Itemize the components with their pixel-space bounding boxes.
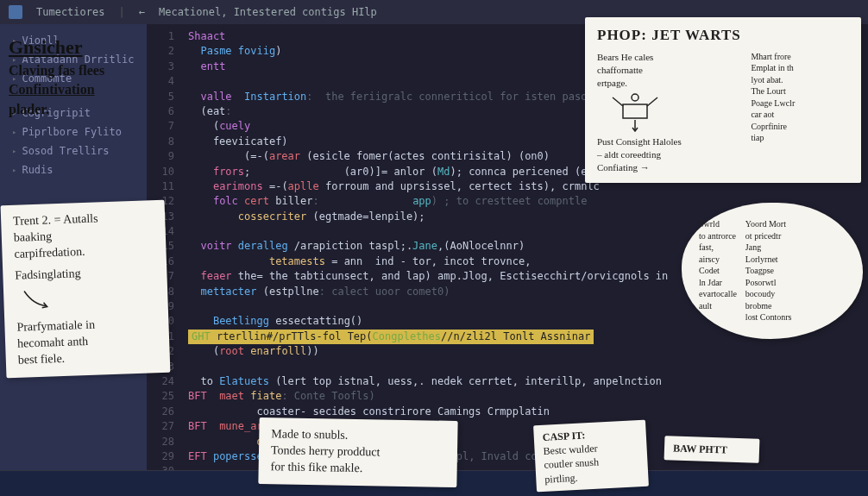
diagram-figure-icon (597, 89, 675, 132)
handwriting-overlay-top-left: Gnsicher Claving fas flees Confintivatio… (9, 35, 164, 119)
note-text: Bears He cales (597, 51, 744, 64)
titlebar-divider: | (118, 6, 124, 18)
chevron-right-icon: ▸ (12, 166, 16, 174)
note-text: tiap (751, 132, 849, 144)
note-text: car aot (751, 109, 849, 121)
note-text: fast, (699, 242, 737, 254)
sidebar-item-label: Sosod Trellirs (22, 145, 109, 157)
menu-text[interactable]: Mecationel, Intestered contigs HIlp (159, 6, 377, 18)
note-text: brobme (745, 300, 792, 312)
hw-line: Gnsicher (9, 35, 164, 61)
note-text: chaffornatte (597, 64, 744, 77)
hw-line: plader. (9, 100, 164, 119)
note-text: Lorlyrnet (745, 254, 792, 266)
note-text: Poage Lwclr (751, 97, 849, 110)
note-text: evartocalle (699, 288, 737, 300)
code-line[interactable]: (root enarfolll)) (188, 344, 868, 359)
svg-line-2 (613, 97, 623, 106)
sticky-note-right-bubble: Swrld to antrorce fast, airscy Codet ln … (682, 203, 863, 339)
note-text: The Lourt (751, 85, 849, 97)
sidebar-item-4[interactable]: ▸Piprlbore Fylito (0, 122, 147, 141)
sidebar-item-label: Piprlbore Fylito (22, 126, 122, 138)
code-line[interactable] (188, 360, 868, 374)
code-line[interactable]: coaster- secides constrirore Camings Crm… (188, 405, 868, 419)
note-text: Emplat in th (751, 62, 849, 74)
sticky-note-casp: CASP IT: Bestc wulder coutler snush pirt… (533, 420, 649, 492)
hw-line: Claving fas flees (9, 61, 164, 80)
chevron-right-icon: ▸ (12, 147, 16, 155)
note-text: for this fike makle. (271, 459, 445, 478)
note-text: bocoudy (745, 288, 792, 300)
note-text: BAW PHTT (673, 441, 752, 457)
note-text: Mhart frore (751, 51, 849, 63)
sidebar-item-label: Rudis (22, 164, 53, 176)
sticky-note-top-right: PHOP: JET WARTS Bears He cales chafforna… (585, 17, 861, 183)
chevron-right-icon: ▸ (12, 128, 16, 136)
note-text: ertpage. (597, 77, 744, 90)
arrow-down-icon (16, 286, 68, 311)
note-text: Toagpse (745, 265, 792, 277)
note-text: lyot abat. (751, 74, 849, 86)
sticky-note-baw: BAW PHTT (664, 436, 760, 463)
note-text: to antrorce (699, 230, 737, 242)
code-line[interactable]: to Elatuets (lert top istnal, uess,. ned… (188, 374, 868, 389)
back-arrow-icon[interactable]: ← (139, 6, 145, 18)
note-text: airscy (699, 254, 737, 266)
note-text: Yoord Mort (745, 218, 792, 230)
code-line[interactable]: BFT maet fiate: Conte Toofls) (188, 389, 868, 404)
note-text: ot pricedtr (745, 230, 792, 242)
svg-point-1 (632, 94, 638, 101)
note-text: Jang (745, 242, 792, 254)
note-text: Codet (699, 265, 737, 277)
note-text: Swrld (699, 218, 737, 230)
sticky-note-bottom-mid: Made to snubls. Tondes herry prodduct fo… (258, 418, 457, 487)
sidebar-item-6[interactable]: ▸Rudis (0, 160, 147, 179)
note-text: lost Contonrs (745, 311, 792, 323)
note-text: Coprfinire (751, 121, 849, 133)
app-icon (9, 5, 22, 19)
sticky-note-left: Trent 2. = Autalls baaking carpifredatio… (1, 200, 171, 379)
sidebar-item-5[interactable]: ▸Sosod Trellirs (0, 141, 147, 160)
note-text: Confiating → (597, 161, 744, 174)
app-title: Tumectiores (36, 6, 104, 18)
svg-rect-0 (623, 104, 647, 118)
note-text: ault (699, 300, 737, 312)
svg-line-3 (647, 97, 657, 106)
note-text: ln Jdar (699, 277, 737, 289)
note-text: Posorwtl (745, 277, 792, 289)
note-text: Pust Consight Haloles (597, 135, 744, 148)
hw-line: Confintivation (9, 80, 164, 99)
note-text: – aldt coreedting (597, 148, 744, 161)
note-title: PHOP: JET WARTS (597, 26, 849, 46)
